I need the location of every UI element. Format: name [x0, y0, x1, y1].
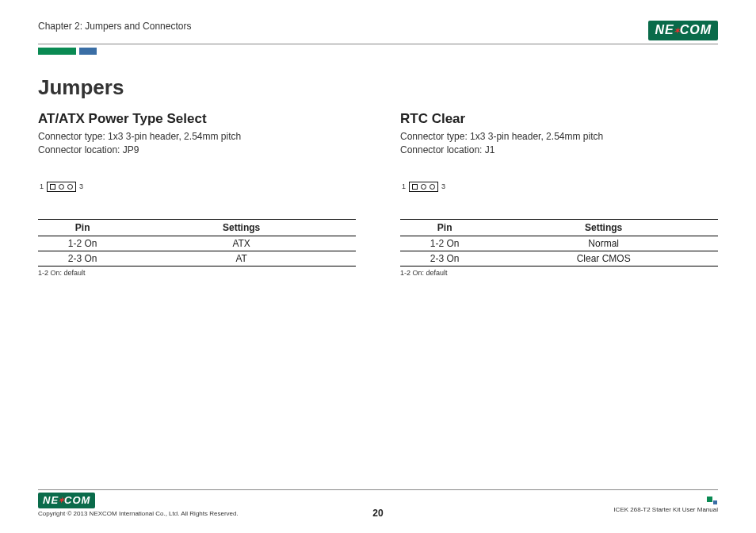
cell-setting: Normal	[489, 236, 718, 251]
connector-type: Connector type: 1x3 3-pin header, 2.54mm…	[38, 130, 356, 144]
footer-left: NE✶COM Copyright © 2013 NEXCOM Internati…	[38, 493, 239, 517]
cell-setting: AT	[127, 251, 356, 266]
connector-location: Connector location: JP9	[38, 144, 356, 157]
logo-text-pre: NE	[43, 494, 59, 506]
footer-logo: NE✶COM	[38, 493, 239, 508]
table-note: 1-2 On: default	[38, 269, 356, 277]
pin-box-icon	[47, 182, 76, 192]
logo-text-pre: NE	[655, 23, 674, 37]
accent-strip	[38, 48, 718, 55]
brand-logo-box: NE✶COM	[38, 493, 95, 508]
footer-right: ICEK 268-T2 Starter Kit User Manual	[613, 497, 718, 513]
th-settings: Settings	[127, 219, 356, 236]
section-atx: AT/ATX Power Type Select Connector type:…	[38, 111, 356, 277]
logo-text-post: COM	[64, 494, 90, 506]
pin-label-right: 3	[441, 182, 445, 190]
chapter-title: Chapter 2: Jumpers and Connectors	[38, 21, 191, 32]
page-footer: NE✶COM Copyright © 2013 NEXCOM Internati…	[38, 489, 718, 517]
pin-circle-icon	[67, 184, 73, 190]
pin-label-left: 1	[40, 182, 44, 190]
corner-mark-icon	[707, 497, 718, 504]
page-number: 20	[372, 508, 383, 519]
pin-diagram: 1 3	[40, 182, 356, 192]
pin-box-icon	[409, 182, 438, 192]
manual-name: ICEK 268-T2 Starter Kit User Manual	[613, 506, 718, 513]
section-description: Connector type: 1x3 3-pin header, 2.54mm…	[38, 130, 356, 158]
section-description: Connector type: 1x3 3-pin header, 2.54mm…	[400, 130, 718, 158]
cell-pin: 1-2 On	[400, 236, 489, 251]
settings-table: Pin Settings 1-2 On Normal 2-3 On Clear …	[400, 219, 718, 266]
content-columns: AT/ATX Power Type Select Connector type:…	[38, 111, 718, 277]
accent-blue	[79, 48, 97, 55]
table-row: 1-2 On Normal	[400, 236, 718, 251]
table-note: 1-2 On: default	[400, 269, 718, 277]
th-pin: Pin	[400, 219, 489, 236]
section-title: RTC Clear	[400, 111, 718, 127]
pin-circle-icon	[421, 184, 426, 190]
table-row: 2-3 On AT	[38, 251, 356, 266]
pin-square-icon	[412, 184, 418, 190]
connector-location: Connector location: J1	[400, 144, 718, 157]
section-title: AT/ATX Power Type Select	[38, 111, 356, 127]
logo-star-icon: ✶	[674, 26, 681, 35]
cell-pin: 1-2 On	[38, 236, 127, 251]
pin-label-right: 3	[79, 182, 83, 190]
pin-label-left: 1	[402, 182, 406, 190]
page-title: Jumpers	[38, 75, 718, 100]
logo-star-icon: ✶	[58, 496, 65, 504]
table-row: 2-3 On Clear CMOS	[400, 251, 718, 266]
pin-circle-icon	[59, 184, 64, 190]
cell-pin: 2-3 On	[400, 251, 489, 266]
th-settings: Settings	[489, 219, 718, 236]
settings-table: Pin Settings 1-2 On ATX 2-3 On AT	[38, 219, 356, 266]
cell-setting: Clear CMOS	[489, 251, 718, 266]
logo-text-post: COM	[680, 23, 712, 37]
copyright-text: Copyright © 2013 NEXCOM International Co…	[38, 510, 239, 517]
brand-logo-box: NE✶COM	[648, 21, 718, 40]
accent-green	[38, 48, 76, 55]
footer-bar: NE✶COM Copyright © 2013 NEXCOM Internati…	[38, 489, 718, 517]
brand-logo: NE✶COM	[648, 21, 718, 40]
cell-setting: ATX	[127, 236, 356, 251]
cell-pin: 2-3 On	[38, 251, 127, 266]
pin-square-icon	[50, 184, 55, 190]
pin-diagram: 1 3	[402, 182, 718, 192]
section-rtc: RTC Clear Connector type: 1x3 3-pin head…	[400, 111, 718, 277]
table-row: 1-2 On ATX	[38, 236, 356, 251]
connector-type: Connector type: 1x3 3-pin header, 2.54mm…	[400, 130, 718, 144]
th-pin: Pin	[38, 219, 127, 236]
pin-circle-icon	[430, 184, 435, 190]
page-header: Chapter 2: Jumpers and Connectors NE✶COM	[38, 21, 718, 44]
